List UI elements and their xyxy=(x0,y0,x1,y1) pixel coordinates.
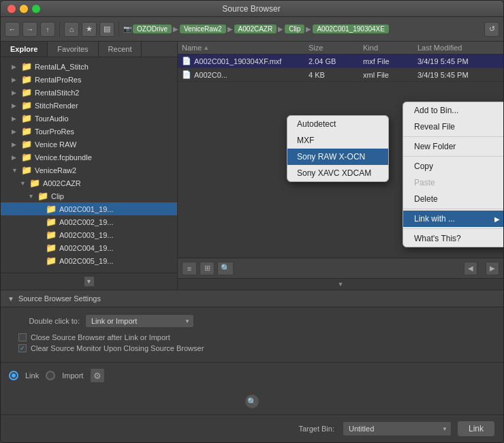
link-button[interactable]: Link xyxy=(457,421,495,437)
sidebar-item-a002c004[interactable]: 📁 A002C004_19... xyxy=(1,241,177,254)
traffic-lights xyxy=(7,5,40,13)
grid-view-button[interactable]: ⊞ xyxy=(200,262,215,275)
forward-button[interactable]: → xyxy=(22,22,37,37)
import-label: Import xyxy=(62,371,83,380)
up-button[interactable]: ↑ xyxy=(40,22,55,37)
settings-header[interactable]: ▼ Source Browser Settings xyxy=(1,290,503,307)
file-icon-1: 📄 xyxy=(182,70,191,79)
back-button[interactable]: ← xyxy=(5,22,20,37)
checkbox-clear-label: Clear Source Monitor Upon Closing Source… xyxy=(31,344,204,352)
sidebar-item-stitchRender[interactable]: ▶ 📁 StitchRender xyxy=(1,99,177,112)
link-label: Link xyxy=(25,371,39,380)
double-click-dropdown[interactable]: Link or Import xyxy=(85,314,194,328)
sidebar-item-tourAudio[interactable]: ▶ 📁 TourAudio xyxy=(1,112,177,125)
expand-arrow: ▼ xyxy=(28,193,35,200)
breadcrumb-file[interactable]: A002C001_190304XE xyxy=(313,25,389,33)
minimize-button[interactable] xyxy=(20,5,28,13)
file-row-0[interactable]: 📄 A002C001_190304XF.mxf 2.04 GB mxf File… xyxy=(178,55,503,68)
item-label: A002C002_19... xyxy=(59,218,114,226)
file-name-cell-1: 📄 A002C0... xyxy=(182,70,309,79)
sidebar-item-veniceRAW[interactable]: ▶ 📁 Venice RAW xyxy=(1,138,177,151)
ctx-reveal-file[interactable]: Reveal File xyxy=(403,119,503,135)
gear-button[interactable]: ⚙ xyxy=(90,368,105,383)
folder-icon: 📁 xyxy=(46,217,57,227)
tabs: Explore Favorites Recent xyxy=(1,42,177,57)
search-indicator[interactable]: 🔍 xyxy=(245,394,259,409)
ctx-link-with-label: Link with ... xyxy=(414,214,455,224)
folder-icon: 📁 xyxy=(21,61,32,72)
sidebar-item-clip[interactable]: ▼ 📁 Clip xyxy=(1,189,177,202)
scroll-indicator[interactable]: ▼ xyxy=(335,280,346,288)
settings-body: Double click to: Link or Import Close So… xyxy=(1,307,503,362)
sidebar-item-a002cazr[interactable]: ▼ 📁 A002CAZR xyxy=(1,177,177,189)
radio-import[interactable] xyxy=(46,371,55,380)
item-label: A002C003_19... xyxy=(59,231,114,239)
submenu-sony-raw[interactable]: Sony RAW X-OCN xyxy=(287,149,388,165)
sidebar-item-a002c003[interactable]: 📁 A002C003_19... xyxy=(1,228,177,241)
ctx-new-folder[interactable]: New Folder xyxy=(403,138,503,155)
nav-arrows: ◀ ▶ xyxy=(464,262,499,275)
item-label: A002CAZR xyxy=(43,179,81,187)
window-title: Source Browser xyxy=(47,4,456,14)
target-bin-dropdown[interactable]: Untitled xyxy=(343,421,452,436)
folder-icon: 📁 xyxy=(21,165,32,175)
breadcrumb-ozodrive[interactable]: OZODrive xyxy=(133,25,172,33)
folder-icon: 📁 xyxy=(29,178,40,188)
sidebar: Explore Favorites Recent ▶ 📁 RentalLA_St… xyxy=(1,42,178,290)
file-browser-toolbar: ≡ ⊞ 🔍 ◀ ▶ xyxy=(178,258,503,278)
favorites-button[interactable]: ★ xyxy=(82,22,97,37)
maximize-button[interactable] xyxy=(32,5,40,13)
submenu-autodetect[interactable]: Autodetect xyxy=(287,116,388,132)
sidebar-item-veniceRaw2[interactable]: ▼ 📁 VeniceRaw2 xyxy=(1,164,177,177)
folder-icon: 📁 xyxy=(21,74,32,85)
sidebar-item-a002c005[interactable]: 📁 A002C005_19... xyxy=(1,254,177,267)
breadcrumb-veniceraw2[interactable]: VeniceRaw2 xyxy=(180,25,226,33)
tab-favorites[interactable]: Favorites xyxy=(48,42,98,57)
breadcrumb-a002cazr[interactable]: A002CAZR xyxy=(234,25,277,33)
submenu-sony-xavc[interactable]: Sony XAVC XDCAM xyxy=(287,165,388,181)
sidebar-item-rentalProRes[interactable]: ▶ 📁 RentalProRes xyxy=(1,73,177,86)
breadcrumb-arrow-4: ▶ xyxy=(306,25,311,33)
search-button[interactable]: 🔍 xyxy=(217,262,234,275)
tab-recent[interactable]: Recent xyxy=(99,42,142,57)
file-table-header: Name ▲ Size Kind Last Modified xyxy=(178,42,503,55)
view-toggle-button[interactable]: ▤ xyxy=(99,22,114,37)
folder-icon: 📁 xyxy=(21,113,32,123)
file-size-0: 2.04 GB xyxy=(309,57,363,65)
prev-button[interactable]: ◀ xyxy=(464,262,477,275)
sidebar-item-rentalStitch2[interactable]: ▶ 📁 RentalStitch2 xyxy=(1,86,177,99)
checkbox-close-source-browser[interactable] xyxy=(18,333,27,341)
ctx-whats-this[interactable]: What's This? xyxy=(403,230,503,247)
folder-icon: 📁 xyxy=(46,256,57,266)
double-click-label: Double click to: xyxy=(12,317,80,325)
item-label: Clip xyxy=(51,192,64,200)
tab-explore[interactable]: Explore xyxy=(1,42,48,57)
expand-arrow: ▶ xyxy=(12,76,18,83)
close-button[interactable] xyxy=(7,5,16,13)
home-button[interactable]: ⌂ xyxy=(64,22,79,37)
checkbox-clear-monitor[interactable]: ✓ xyxy=(18,344,27,352)
submenu-mxf[interactable]: MXF xyxy=(287,132,388,149)
ctx-add-to-bin[interactable]: Add to Bin... xyxy=(403,102,503,119)
sidebar-item-tourProRes[interactable]: ▶ 📁 TourProRes xyxy=(1,125,177,138)
ctx-link-with[interactable]: Link with ... ▶ xyxy=(403,211,503,227)
scroll-down-button[interactable]: ▼ xyxy=(84,276,95,287)
expand-arrow: ▶ xyxy=(12,63,18,70)
item-label: RentalProRes xyxy=(35,76,81,84)
ctx-paste: Paste xyxy=(403,174,503,191)
sidebar-item-a002c001[interactable]: 📁 A002C001_19... xyxy=(1,202,177,215)
radio-link[interactable] xyxy=(9,371,18,380)
sidebar-item-a002c002[interactable]: 📁 A002C002_19... xyxy=(1,215,177,228)
item-label: Venice.fcpbundle xyxy=(35,153,92,162)
ctx-delete[interactable]: Delete xyxy=(403,191,503,207)
file-row-1[interactable]: 📄 A002C0... 4 KB xml File 3/4/19 5:45 PM xyxy=(178,68,503,82)
ctx-copy[interactable]: Copy xyxy=(403,158,503,174)
sidebar-item-rentalLA[interactable]: ▶ 📁 RentalLA_Stitch xyxy=(1,60,177,73)
next-button[interactable]: ▶ xyxy=(486,262,499,275)
col-header-modified: Last Modified xyxy=(418,44,499,52)
bottom-panel: ▼ Source Browser Settings Double click t… xyxy=(1,290,503,442)
refresh-button[interactable]: ↺ xyxy=(484,22,499,37)
list-view-button[interactable]: ≡ xyxy=(182,262,197,275)
breadcrumb-clip[interactable]: Clip xyxy=(285,25,304,33)
sidebar-item-venice-fcp[interactable]: ▶ 📁 Venice.fcpbundle xyxy=(1,151,177,164)
